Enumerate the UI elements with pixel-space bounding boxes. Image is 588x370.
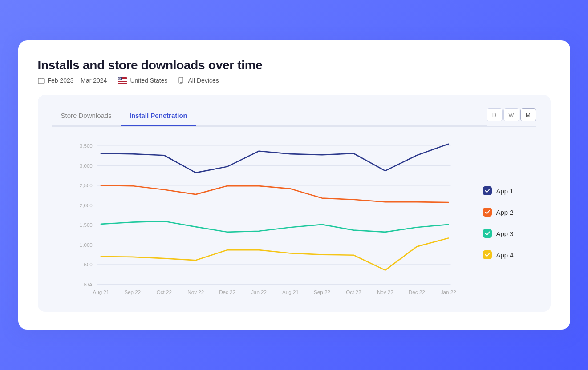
chart-line-app3: [101, 221, 448, 232]
svg-rect-8: [118, 80, 127, 81]
tab-install-penetration[interactable]: Install Penetration: [121, 107, 196, 126]
svg-point-22: [118, 79, 118, 79]
svg-point-25: [120, 79, 121, 79]
inner-card: Store Downloads Install Penetration D W …: [38, 95, 551, 312]
svg-point-29: [120, 80, 120, 80]
legend-checkbox-app2[interactable]: [483, 208, 492, 217]
legend-label-app1: App 1: [496, 187, 514, 195]
svg-point-16: [120, 78, 121, 78]
svg-point-14: [119, 78, 119, 78]
y-label-3500: 3,500: [79, 143, 93, 149]
chart-line-app2: [101, 185, 448, 202]
svg-rect-0: [38, 78, 44, 84]
svg-point-17: [121, 78, 121, 78]
svg-point-26: [121, 79, 121, 79]
x-label-4: Dec 22: [219, 289, 235, 295]
legend-label-app3: App 3: [496, 230, 514, 237]
x-label-10: Dec 22: [408, 289, 425, 295]
page-title: Installs and store downloads over time: [38, 58, 551, 72]
outer-card: Installs and store downloads over time F…: [18, 40, 570, 330]
svg-point-28: [119, 80, 120, 80]
svg-point-23: [119, 79, 119, 79]
legend-app4: App 4: [483, 250, 536, 259]
chart-line-app4: [101, 238, 448, 270]
x-label-1: Sep 22: [124, 289, 141, 295]
svg-point-21: [121, 78, 121, 79]
x-label-11: Jan 22: [440, 289, 456, 295]
chart-svg: 3,500 3,000 2,500 2,000 1,500 1,000 500 …: [52, 137, 472, 298]
legend-checkbox-app1[interactable]: [483, 186, 492, 195]
chart-svg-wrapper: 3,500 3,000 2,500 2,000 1,500 1,000 500 …: [52, 137, 472, 299]
tabs-container: Store Downloads Install Penetration: [52, 107, 487, 126]
y-label-1000: 1,000: [79, 242, 93, 248]
chart-line-app1: [101, 144, 448, 173]
x-label-0: Aug 21: [93, 289, 109, 295]
svg-rect-9: [118, 81, 127, 82]
chart-main: 3,500 3,000 2,500 2,000 1,500 1,000 500 …: [52, 137, 472, 299]
legend-checkbox-app3[interactable]: [483, 229, 492, 238]
country-item: United States: [118, 77, 167, 84]
svg-point-13: [118, 78, 118, 78]
time-btn-w[interactable]: W: [503, 108, 519, 121]
svg-point-24: [119, 79, 120, 79]
legend-label-app4: App 4: [496, 251, 514, 259]
time-btn-d[interactable]: D: [487, 108, 503, 121]
device-icon: [178, 77, 185, 84]
x-label-9: Nov 22: [377, 289, 393, 295]
chart-area: 3,500 3,000 2,500 2,000 1,500 1,000 500 …: [52, 137, 536, 299]
x-label-8: Oct 22: [346, 289, 361, 295]
legend-app1: App 1: [483, 186, 536, 195]
chart-legend: App 1 App 2 App 3: [483, 137, 536, 299]
date-range-item: Feb 2023 – Mar 2024: [38, 77, 107, 84]
svg-point-20: [120, 78, 120, 79]
tab-store-downloads[interactable]: Store Downloads: [52, 107, 121, 126]
legend-label-app2: App 2: [496, 209, 514, 216]
date-range-label: Feb 2023 – Mar 2024: [48, 77, 107, 84]
svg-point-18: [118, 78, 119, 79]
time-buttons-group: D W M: [487, 108, 536, 126]
y-label-500: 500: [84, 261, 93, 267]
flag-icon: [118, 77, 127, 84]
country-label: United States: [130, 77, 167, 84]
x-label-5: Jan 22: [251, 289, 267, 295]
legend-app3: App 3: [483, 229, 536, 238]
device-item: All Devices: [178, 77, 219, 84]
svg-rect-10: [118, 82, 127, 83]
svg-point-19: [119, 78, 120, 79]
svg-point-30: [121, 80, 121, 80]
x-label-6: Aug 21: [282, 289, 299, 295]
svg-point-15: [119, 78, 120, 78]
y-label-2500: 2,500: [79, 182, 93, 188]
legend-checkbox-app4[interactable]: [483, 250, 492, 259]
meta-row: Feb 2023 – Mar 2024: [38, 77, 551, 84]
x-label-2: Oct 22: [156, 289, 171, 295]
svg-rect-11: [118, 83, 127, 84]
x-label-3: Nov 22: [187, 289, 204, 295]
tabs-and-buttons-row: Store Downloads Install Penetration D W …: [52, 107, 536, 127]
x-label-7: Sep 22: [314, 289, 330, 295]
svg-point-27: [118, 80, 119, 80]
calendar-icon: [38, 77, 45, 84]
y-label-na: N/A: [84, 282, 93, 287]
y-label-3000: 3,000: [79, 163, 93, 169]
y-label-2000: 2,000: [79, 202, 93, 208]
y-label-1500: 1,500: [79, 222, 93, 228]
legend-app2: App 2: [483, 208, 536, 217]
device-label: All Devices: [188, 77, 219, 84]
time-btn-m[interactable]: M: [520, 108, 536, 121]
